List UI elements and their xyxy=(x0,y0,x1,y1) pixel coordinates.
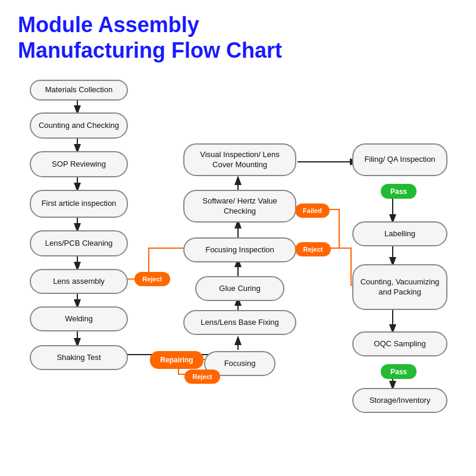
flowchart: Materials Collection Counting and Checki… xyxy=(18,74,458,455)
node-first-article: First article inspection xyxy=(30,190,128,218)
badge-pass-2: Pass xyxy=(381,364,416,379)
badge-reject-2: Reject xyxy=(295,242,331,256)
page-title: Module Assembly Manufacturing Flow Chart xyxy=(18,12,458,63)
node-shaking-test: Shaking Test xyxy=(30,345,128,370)
node-counting-checking: Counting and Checking xyxy=(30,112,128,139)
node-storage-inventory: Storage/Inventory xyxy=(352,388,447,413)
node-oqc-sampling: OQC Sampling xyxy=(352,331,447,356)
node-filing-qa: Filing/ QA Inspection xyxy=(352,143,447,176)
node-repairing: Repairing xyxy=(150,351,203,369)
badge-reject-1: Reject xyxy=(134,272,170,286)
node-sop-reviewing: SOP Reviewing xyxy=(30,151,128,177)
node-visual-inspection: Visual Inspection/ Lens Cover Mounting xyxy=(183,143,296,176)
node-lens-pcb-cleaning: Lens/PCB Cleaning xyxy=(30,230,128,256)
node-lens-base-fixing: Lens/Lens Base Fixing xyxy=(183,310,296,335)
node-welding: Welding xyxy=(30,306,128,331)
node-glue-curing: Glue Curing xyxy=(195,276,284,301)
node-focusing-inspection: Focusing Inspection xyxy=(183,237,296,262)
page: Module Assembly Manufacturing Flow Chart xyxy=(0,0,476,476)
badge-failed: Failed xyxy=(295,203,330,218)
node-counting-vacuumizing: Counting, Vacuumizing and Packing xyxy=(352,264,447,310)
badge-pass-1: Pass xyxy=(381,184,416,199)
node-lens-assembly: Lens assembly xyxy=(30,269,128,294)
node-labelling: Labelling xyxy=(352,221,447,246)
badge-reject-3: Reject xyxy=(184,369,220,384)
node-software-hertz: Software/ Hertz Value Checking xyxy=(183,190,296,223)
node-materials-collection: Materials Collection xyxy=(30,80,128,101)
